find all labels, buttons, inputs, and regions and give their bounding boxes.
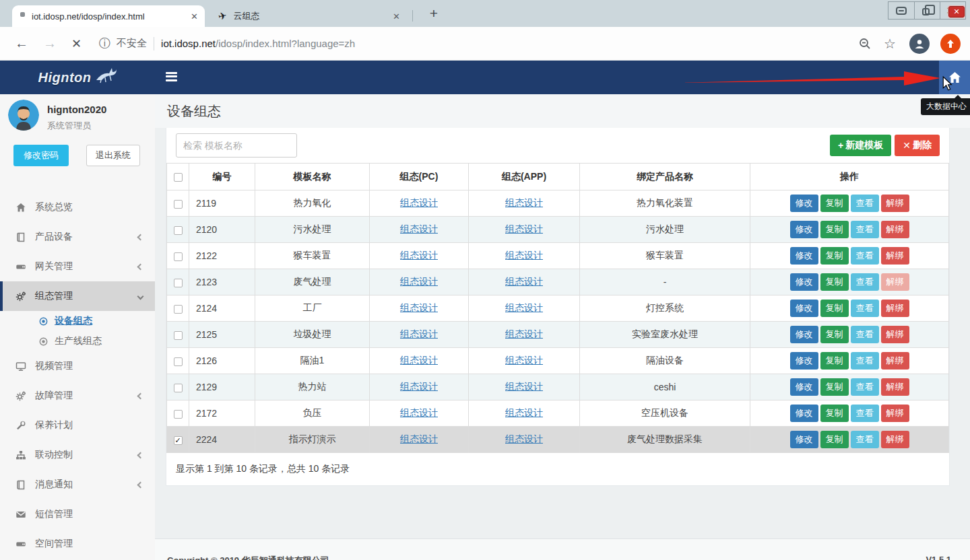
browser-tab-active[interactable]: iot.idosp.net/idosp/index.html ✕ bbox=[12, 5, 205, 27]
view-button[interactable]: 查看 bbox=[851, 221, 879, 238]
row-checkbox[interactable] bbox=[174, 279, 183, 287]
config-design-app-link[interactable]: 组态设计 bbox=[505, 197, 543, 208]
view-button[interactable]: 查看 bbox=[851, 326, 879, 343]
row-checkbox[interactable] bbox=[174, 200, 183, 209]
modify-button[interactable]: 修改 bbox=[790, 273, 818, 291]
unbind-button[interactable]: 解绑 bbox=[881, 247, 909, 265]
config-design-app-link[interactable]: 组态设计 bbox=[505, 355, 543, 365]
modify-button[interactable]: 修改 bbox=[790, 300, 818, 317]
new-template-button[interactable]: + 新建模板 bbox=[830, 135, 891, 156]
config-design-pc-link[interactable]: 组态设计 bbox=[400, 328, 438, 339]
modify-button[interactable]: 修改 bbox=[790, 431, 818, 448]
browser-update-icon[interactable] bbox=[940, 34, 961, 54]
config-design-pc-link[interactable]: 组态设计 bbox=[400, 223, 438, 234]
config-design-app-link[interactable]: 组态设计 bbox=[505, 433, 543, 444]
config-design-pc-link[interactable]: 组态设计 bbox=[400, 276, 438, 287]
copy-button[interactable]: 复制 bbox=[820, 247, 849, 265]
info-icon[interactable]: ⓘ bbox=[99, 36, 110, 51]
copy-button[interactable]: 复制 bbox=[820, 378, 849, 396]
minimize-button[interactable] bbox=[888, 2, 914, 19]
unbind-button[interactable]: 解绑 bbox=[881, 431, 909, 448]
browser-tab-cloud[interactable]: ✈ 云组态 ✕ bbox=[210, 5, 407, 27]
row-checkbox[interactable] bbox=[174, 226, 183, 235]
unbind-button[interactable]: 解绑 bbox=[881, 221, 909, 238]
sidebar-item-10[interactable]: 空间管理 bbox=[0, 529, 155, 559]
copy-button[interactable]: 复制 bbox=[820, 221, 849, 238]
row-checkbox[interactable] bbox=[174, 331, 183, 340]
sidebar-item-1[interactable]: 产品设备 bbox=[0, 222, 155, 252]
modify-button[interactable]: 修改 bbox=[790, 326, 818, 343]
config-design-pc-link[interactable]: 组态设计 bbox=[400, 407, 438, 418]
unbind-button[interactable]: 解绑 bbox=[881, 195, 909, 212]
config-design-pc-link[interactable]: 组态设计 bbox=[400, 197, 438, 208]
stop-reload-icon[interactable]: ✕ bbox=[71, 36, 82, 51]
view-button[interactable]: 查看 bbox=[851, 405, 879, 422]
avatar[interactable] bbox=[8, 100, 39, 131]
new-tab-button[interactable]: + bbox=[424, 4, 443, 23]
sidebar-subitem-3-1[interactable]: 生产线组态 bbox=[0, 331, 155, 351]
row-checkbox[interactable] bbox=[174, 305, 183, 314]
config-design-app-link[interactable]: 组态设计 bbox=[505, 381, 543, 392]
row-checkbox[interactable] bbox=[174, 410, 183, 419]
unbind-button[interactable]: 解绑 bbox=[881, 300, 909, 317]
unbind-button[interactable]: 解绑 bbox=[881, 378, 909, 396]
view-button[interactable]: 查看 bbox=[851, 378, 879, 396]
logout-button[interactable]: 退出系统 bbox=[86, 145, 140, 166]
config-design-app-link[interactable]: 组态设计 bbox=[505, 328, 543, 339]
unbind-button[interactable]: 解绑 bbox=[881, 352, 909, 370]
close-button[interactable]: ✕ ✕ bbox=[940, 2, 965, 19]
copy-button[interactable]: 复制 bbox=[820, 431, 849, 448]
config-design-pc-link[interactable]: 组态设计 bbox=[400, 381, 438, 392]
row-checkbox[interactable] bbox=[174, 384, 183, 392]
view-button[interactable]: 查看 bbox=[851, 300, 879, 317]
big-data-center-home-button[interactable] bbox=[939, 61, 970, 94]
hamburger-menu-icon[interactable] bbox=[166, 70, 181, 85]
delete-button[interactable]: ✕ 删除 bbox=[895, 135, 940, 156]
unbind-button[interactable]: 解绑 bbox=[881, 405, 909, 422]
copy-button[interactable]: 复制 bbox=[820, 195, 849, 212]
config-design-app-link[interactable]: 组态设计 bbox=[505, 276, 543, 287]
config-design-app-link[interactable]: 组态设计 bbox=[505, 250, 543, 260]
sidebar-item-4[interactable]: 视频管理 bbox=[0, 351, 155, 381]
url-field[interactable]: ⓘ 不安全 iot.idosp.net /idosp/index.html?la… bbox=[99, 36, 858, 51]
copy-button[interactable]: 复制 bbox=[820, 326, 849, 343]
modify-button[interactable]: 修改 bbox=[790, 378, 818, 396]
tab-close-icon[interactable]: ✕ bbox=[191, 11, 198, 22]
config-design-app-link[interactable]: 组态设计 bbox=[505, 407, 543, 418]
row-checkbox[interactable] bbox=[174, 357, 183, 366]
view-button[interactable]: 查看 bbox=[851, 195, 879, 212]
view-button[interactable]: 查看 bbox=[851, 431, 879, 448]
sidebar-subitem-3-0[interactable]: 设备组态 bbox=[0, 311, 155, 331]
row-checkbox[interactable] bbox=[174, 252, 183, 261]
config-design-pc-link[interactable]: 组态设计 bbox=[400, 250, 438, 260]
zoom-out-icon[interactable] bbox=[858, 37, 872, 50]
view-button[interactable]: 查看 bbox=[851, 273, 879, 291]
row-checkbox[interactable] bbox=[174, 436, 183, 445]
search-input[interactable] bbox=[176, 133, 297, 158]
sidebar-item-8[interactable]: 消息通知 bbox=[0, 470, 155, 499]
forward-icon[interactable]: → bbox=[43, 36, 57, 51]
sidebar-item-3[interactable]: 组态管理 bbox=[0, 281, 155, 311]
sidebar-item-2[interactable]: 网关管理 bbox=[0, 252, 155, 281]
view-button[interactable]: 查看 bbox=[851, 352, 879, 370]
browser-profile-icon[interactable] bbox=[909, 34, 930, 54]
copy-button[interactable]: 复制 bbox=[820, 405, 849, 422]
sidebar-item-6[interactable]: 保养计划 bbox=[0, 411, 155, 440]
bookmark-star-icon[interactable]: ☆ bbox=[884, 36, 896, 52]
view-button[interactable]: 查看 bbox=[851, 247, 879, 265]
change-password-button[interactable]: 修改密码 bbox=[13, 145, 69, 166]
config-design-pc-link[interactable]: 组态设计 bbox=[400, 302, 438, 313]
config-design-app-link[interactable]: 组态设计 bbox=[505, 223, 543, 234]
select-all-checkbox[interactable] bbox=[174, 173, 183, 182]
restore-button[interactable] bbox=[914, 2, 940, 19]
config-design-pc-link[interactable]: 组态设计 bbox=[400, 355, 438, 365]
sidebar-item-5[interactable]: 故障管理 bbox=[0, 381, 155, 411]
modify-button[interactable]: 修改 bbox=[790, 195, 818, 212]
modify-button[interactable]: 修改 bbox=[790, 247, 818, 265]
copy-button[interactable]: 复制 bbox=[820, 273, 849, 291]
unbind-button[interactable]: 解绑 bbox=[881, 273, 909, 291]
back-icon[interactable]: ← bbox=[15, 36, 28, 51]
sidebar-item-9[interactable]: 短信管理 bbox=[0, 499, 155, 529]
modify-button[interactable]: 修改 bbox=[790, 221, 818, 238]
modify-button[interactable]: 修改 bbox=[790, 405, 818, 422]
